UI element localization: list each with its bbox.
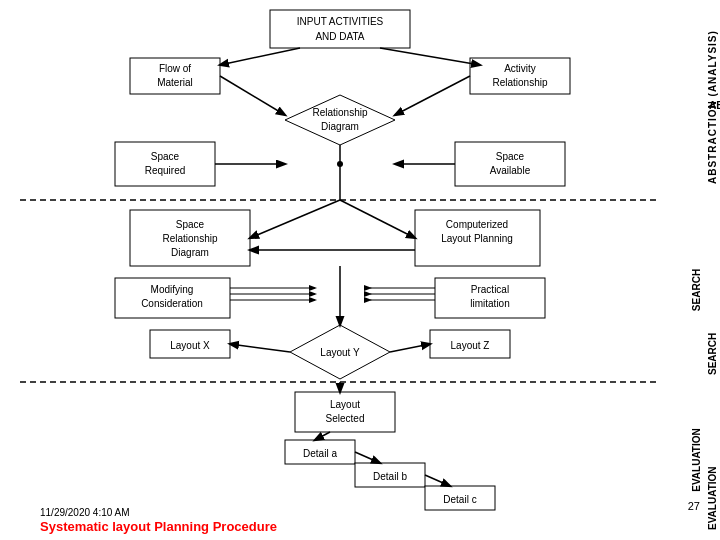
svg-text:Space: Space — [176, 219, 205, 230]
svg-text:Space: Space — [151, 151, 180, 162]
svg-text:AND DATA: AND DATA — [315, 31, 364, 42]
svg-rect-59 — [295, 392, 395, 432]
svg-text:Detail b: Detail b — [373, 471, 407, 482]
svg-text:Detail a: Detail a — [303, 448, 337, 459]
svg-text:Layout Planning: Layout Planning — [441, 233, 513, 244]
svg-text:EVALUATION: EVALUATION — [691, 428, 702, 492]
svg-text:Available: Available — [490, 165, 531, 176]
svg-text:Selected: Selected — [326, 413, 365, 424]
svg-text:INPUT ACTIVITIES: INPUT ACTIVITIES — [297, 16, 384, 27]
svg-text:Layout: Layout — [330, 399, 360, 410]
svg-text:Layout  X: Layout X — [170, 340, 210, 351]
svg-text:Modifying: Modifying — [151, 284, 194, 295]
svg-rect-27 — [130, 210, 250, 266]
svg-text:Consideration: Consideration — [141, 298, 203, 309]
svg-text:Layout Z: Layout Z — [451, 340, 490, 351]
svg-marker-51 — [290, 325, 390, 379]
svg-text:limitation: limitation — [470, 298, 509, 309]
svg-rect-49 — [150, 330, 230, 358]
svg-text:Computerized: Computerized — [446, 219, 508, 230]
svg-line-70 — [355, 452, 380, 463]
svg-rect-67 — [425, 486, 495, 510]
page-number: 27 — [688, 500, 700, 512]
svg-text:SEARCH: SEARCH — [691, 269, 702, 311]
svg-text:Required: Required — [145, 165, 186, 176]
svg-rect-31 — [415, 210, 540, 266]
svg-line-56 — [390, 344, 430, 352]
svg-text:Diagram: Diagram — [321, 121, 359, 132]
label-evaluation: EVALUATION — [707, 390, 718, 530]
svg-marker-11 — [285, 95, 395, 145]
svg-rect-53 — [430, 330, 510, 358]
svg-line-71 — [425, 475, 450, 486]
page-title: Systematic layout Planning Procedure — [40, 519, 277, 534]
svg-line-14 — [220, 76, 285, 115]
svg-rect-40 — [435, 278, 545, 318]
svg-text:Activity: Activity — [504, 63, 536, 74]
svg-text:Relationship: Relationship — [492, 77, 547, 88]
svg-rect-0 — [270, 10, 410, 48]
svg-text:Diagram: Diagram — [171, 247, 209, 258]
arrows-overlay: INPUT ACTIVITIES AND DATA Flow of Materi… — [0, 0, 720, 540]
svg-line-69 — [315, 432, 330, 440]
svg-line-35 — [340, 200, 415, 238]
label-abstraction: ABSTRACTION (ANALYSIS) — [707, 20, 718, 195]
svg-text:Flow of: Flow of — [159, 63, 191, 74]
svg-text:Relationship: Relationship — [312, 107, 367, 118]
svg-text:Practical: Practical — [471, 284, 509, 295]
svg-line-10 — [380, 48, 480, 65]
svg-text:Space: Space — [496, 151, 525, 162]
svg-rect-16 — [115, 142, 215, 186]
svg-text:Material: Material — [157, 77, 193, 88]
svg-text:Relationship: Relationship — [162, 233, 217, 244]
diagram-container: INPUT ACTIVITIES AND DATA Flow of Materi… — [0, 0, 720, 540]
svg-line-55 — [230, 344, 290, 352]
label-search: SEARCH — [707, 215, 718, 375]
svg-rect-19 — [455, 142, 565, 186]
svg-rect-37 — [115, 278, 230, 318]
svg-rect-63 — [285, 440, 355, 464]
svg-line-34 — [250, 200, 340, 238]
timestamp: 11/29/2020 4:10 AM — [40, 507, 130, 518]
svg-rect-6 — [470, 58, 570, 94]
svg-rect-65 — [355, 463, 425, 487]
svg-line-15 — [395, 76, 470, 115]
svg-text:Layout Y: Layout Y — [320, 347, 360, 358]
svg-text:Detail c: Detail c — [443, 494, 476, 505]
svg-line-9 — [220, 48, 300, 65]
svg-rect-3 — [130, 58, 220, 94]
svg-point-25 — [337, 161, 343, 167]
